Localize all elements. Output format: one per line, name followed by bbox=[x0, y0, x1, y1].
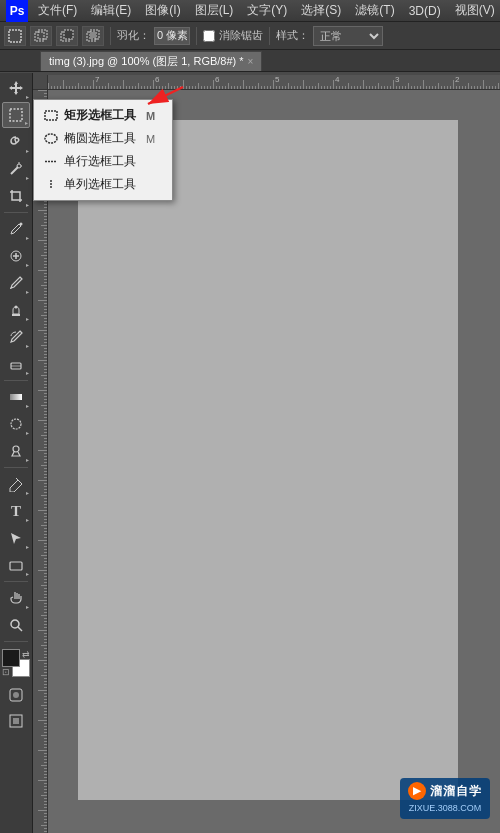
options-sep1 bbox=[110, 27, 111, 45]
swap-colors-btn[interactable]: ⇄ bbox=[22, 649, 30, 659]
watermark-sub: ZIXUE.3088.COM bbox=[408, 802, 482, 815]
menu-3d[interactable]: 3D(D) bbox=[403, 2, 447, 20]
move-tool[interactable]: ▸ bbox=[2, 75, 30, 101]
watermark-title: 溜溜自学 bbox=[430, 783, 482, 800]
gradient-tool[interactable]: ▸ bbox=[2, 384, 30, 410]
svg-rect-2 bbox=[38, 30, 47, 39]
options-sep2 bbox=[196, 27, 197, 45]
ellipse-marquee-icon bbox=[42, 132, 60, 146]
style-label: 样式： bbox=[276, 28, 309, 43]
toolbar-sep2 bbox=[4, 380, 28, 381]
history-brush-tool[interactable]: ▸ bbox=[2, 324, 30, 350]
single-col-icon bbox=[42, 178, 60, 192]
svg-rect-7 bbox=[90, 32, 96, 38]
subtract-selection-btn[interactable] bbox=[56, 26, 78, 46]
svg-line-9 bbox=[11, 167, 18, 174]
feather-label: 羽化： bbox=[117, 28, 150, 43]
rect-marquee-label: 矩形选框工具 bbox=[64, 107, 136, 124]
watermark-logo: ▶ 溜溜自学 bbox=[408, 782, 482, 800]
eyedropper-tool[interactable]: ▸ bbox=[2, 216, 30, 242]
stamp-tool[interactable]: ▸ bbox=[2, 297, 30, 323]
dodge-tool[interactable]: ▸ bbox=[2, 438, 30, 464]
rect-marquee-item[interactable]: 矩形选框工具 M bbox=[34, 104, 172, 127]
options-sep3 bbox=[269, 27, 270, 45]
canvas-area bbox=[48, 90, 500, 833]
ps-logo: Ps bbox=[6, 0, 28, 22]
quick-mask-tool[interactable] bbox=[2, 682, 30, 708]
svg-rect-4 bbox=[64, 30, 73, 39]
menu-layer[interactable]: 图层(L) bbox=[189, 0, 240, 21]
single-col-label: 单列选框工具 bbox=[64, 176, 136, 193]
menu-edit[interactable]: 编辑(E) bbox=[85, 0, 137, 21]
svg-point-27 bbox=[13, 692, 19, 698]
style-select[interactable]: 正常 固定比例 固定大小 bbox=[313, 26, 383, 46]
menu-text[interactable]: 文字(Y) bbox=[241, 0, 293, 21]
type-tool[interactable]: T ▸ bbox=[2, 498, 30, 524]
menu-file[interactable]: 文件(F) bbox=[32, 0, 83, 21]
svg-point-18 bbox=[15, 306, 18, 309]
reset-colors-btn[interactable]: ⊡ bbox=[2, 667, 10, 677]
foreground-color-swatch[interactable] bbox=[2, 649, 20, 667]
lasso-tool[interactable]: ▸ bbox=[2, 129, 30, 155]
svg-point-10 bbox=[17, 164, 21, 168]
single-row-item[interactable]: 单行选框工具 bbox=[34, 150, 172, 173]
ruler-horizontal: 7665432210-1 bbox=[33, 75, 500, 90]
hand-tool[interactable]: ▸ bbox=[2, 585, 30, 611]
feather-input[interactable] bbox=[154, 27, 190, 45]
path-select-tool[interactable]: ▸ bbox=[2, 525, 30, 551]
eraser-tool[interactable]: ▸ bbox=[2, 351, 30, 377]
svg-point-31 bbox=[45, 134, 57, 143]
antialias-label: 消除锯齿 bbox=[219, 28, 263, 43]
shape-tool[interactable]: ▸ bbox=[2, 552, 30, 578]
pen-tool[interactable]: ▸ bbox=[2, 471, 30, 497]
svg-point-13 bbox=[20, 223, 23, 226]
heal-tool[interactable]: ▸ bbox=[2, 243, 30, 269]
svg-rect-30 bbox=[45, 111, 57, 120]
single-row-label: 单行选框工具 bbox=[64, 153, 136, 170]
tab-label: timg (3).jpg @ 100% (图层 1, RGB/8#) * bbox=[49, 54, 244, 69]
zoom-tool[interactable] bbox=[2, 612, 30, 638]
menu-filter[interactable]: 滤镜(T) bbox=[349, 0, 400, 21]
svg-point-22 bbox=[13, 446, 19, 452]
svg-rect-0 bbox=[9, 30, 21, 42]
new-selection-btn[interactable] bbox=[4, 26, 26, 46]
svg-rect-8 bbox=[10, 109, 22, 121]
document-tab[interactable]: timg (3).jpg @ 100% (图层 1, RGB/8#) * × bbox=[40, 51, 262, 71]
ellipse-marquee-item[interactable]: 椭圆选框工具 M bbox=[34, 127, 172, 150]
svg-rect-1 bbox=[35, 32, 44, 41]
rect-marquee-shortcut: M bbox=[146, 110, 155, 122]
toolbar-sep1 bbox=[4, 212, 28, 213]
rect-marquee-icon bbox=[42, 109, 60, 123]
watermark-icon: ▶ bbox=[408, 782, 426, 800]
svg-rect-17 bbox=[12, 314, 20, 316]
intersect-selection-btn[interactable] bbox=[82, 26, 104, 46]
menu-select[interactable]: 选择(S) bbox=[295, 0, 347, 21]
menu-view[interactable]: 视图(V) bbox=[449, 0, 500, 21]
single-row-icon bbox=[42, 155, 60, 169]
screen-mode-tool[interactable] bbox=[2, 708, 30, 734]
toolbar-sep5 bbox=[4, 641, 28, 642]
add-selection-btn[interactable] bbox=[30, 26, 52, 46]
watermark: ▶ 溜溜自学 ZIXUE.3088.COM bbox=[400, 778, 490, 819]
tab-bar: timg (3).jpg @ 100% (图层 1, RGB/8#) * × bbox=[0, 50, 500, 72]
tab-close-btn[interactable]: × bbox=[248, 56, 254, 67]
magic-wand-tool[interactable]: ▸ bbox=[2, 156, 30, 182]
brush-tool[interactable]: ▸ bbox=[2, 270, 30, 296]
antialias-checkbox[interactable] bbox=[203, 30, 215, 42]
blur-tool[interactable]: ▸ bbox=[2, 411, 30, 437]
toolbar-sep4 bbox=[4, 581, 28, 582]
ellipse-marquee-shortcut: M bbox=[146, 133, 155, 145]
marquee-tool-dropdown: 矩形选框工具 M 椭圆选框工具 M 单行选框工具 单列选框工具 bbox=[33, 99, 173, 201]
svg-point-21 bbox=[11, 419, 21, 429]
toolbar: ▸ ▸ ▸ ▸ ▸ ▸ ▸ ▸ ▸ ▸ bbox=[0, 73, 33, 833]
color-swatches[interactable]: ⇄ ⊡ bbox=[2, 649, 30, 677]
menu-image[interactable]: 图像(I) bbox=[139, 0, 186, 21]
svg-line-25 bbox=[18, 627, 22, 631]
svg-rect-29 bbox=[13, 718, 19, 724]
options-bar: 羽化： 消除锯齿 样式： 正常 固定比例 固定大小 bbox=[0, 22, 500, 50]
crop-tool[interactable]: ▸ bbox=[2, 183, 30, 209]
marquee-tool[interactable]: ▸ bbox=[2, 102, 30, 128]
single-col-item[interactable]: 单列选框工具 bbox=[34, 173, 172, 196]
svg-rect-20 bbox=[10, 394, 22, 400]
svg-rect-23 bbox=[10, 562, 22, 570]
